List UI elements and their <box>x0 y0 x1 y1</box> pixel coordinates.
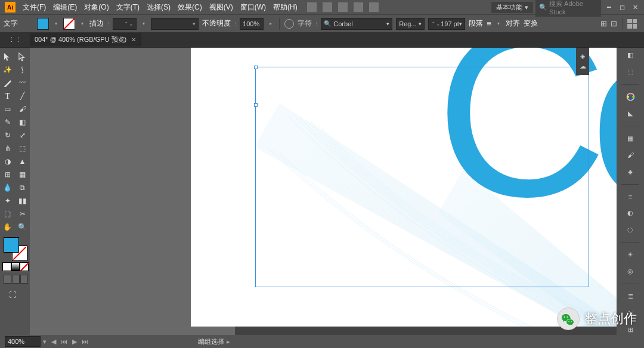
swatches-panel-icon[interactable]: ▦ <box>623 133 638 144</box>
artboard-first-icon[interactable]: ⏮ <box>58 338 70 345</box>
menu-object[interactable]: 对象(O) <box>80 0 112 14</box>
isolate-icon[interactable]: ⊞ <box>600 19 607 28</box>
slice-tool[interactable]: ✂ <box>15 207 30 220</box>
shape-builder-tool[interactable]: ◑ <box>0 155 15 168</box>
paragraph-label[interactable]: 段落 <box>469 18 483 29</box>
clip-icon[interactable]: ⊡ <box>611 19 617 28</box>
symbol-sprayer-tool[interactable]: ✦ <box>0 194 15 207</box>
brush-definition-input[interactable]: ▾ <box>151 18 199 30</box>
paintbrush-tool[interactable]: 🖌 <box>15 102 30 116</box>
stroke-width-input[interactable]: ⌃⌄ <box>113 18 137 30</box>
menu-effect[interactable]: 效果(C) <box>174 0 206 14</box>
collapsed-floating-panel[interactable]: ◈ ☁ <box>576 48 589 75</box>
workspace-switcher[interactable]: 基本功能 ▾ <box>491 2 533 13</box>
layers-panel-icon[interactable]: ≣ <box>623 291 638 302</box>
opacity-dropdown[interactable]: ▸ <box>267 18 274 30</box>
width-tool[interactable]: ⋔ <box>0 142 15 155</box>
column-graph-tool[interactable]: ▮▮ <box>15 194 30 207</box>
globe-icon[interactable] <box>284 19 294 29</box>
eraser-tool[interactable]: ◧ <box>15 116 30 129</box>
line-tool[interactable]: ╱ <box>15 89 30 102</box>
bbox-handle-w[interactable] <box>254 103 258 107</box>
artboard-last-icon[interactable]: ⏭ <box>79 338 91 345</box>
menu-select[interactable]: 选择(S) <box>143 0 174 14</box>
color-panel-icon[interactable] <box>623 92 638 102</box>
selection-tool[interactable] <box>0 50 15 63</box>
font-style-input[interactable]: Reg...▾ <box>396 18 425 30</box>
artboard-next-icon[interactable]: ▶ <box>70 338 79 346</box>
font-family-input[interactable]: 🔍Corbel▾ <box>321 18 392 30</box>
window-close-icon[interactable]: ✕ <box>630 2 640 13</box>
artboard-prev-icon[interactable]: ◀ <box>49 338 58 346</box>
tab-close-icon[interactable]: ✕ <box>131 36 136 43</box>
appearance-panel-icon[interactable]: ☀ <box>623 250 638 260</box>
transform-label[interactable]: 变换 <box>524 18 538 29</box>
menu-file[interactable]: 文件(F) <box>19 0 49 14</box>
menu-edit[interactable]: 编辑(E) <box>49 0 80 14</box>
extra-icon-4[interactable] <box>354 2 363 12</box>
rotate-tool[interactable]: ↻ <box>0 129 15 142</box>
stroke-swatch-none[interactable] <box>63 18 75 30</box>
menu-help[interactable]: 帮助(H) <box>270 0 301 14</box>
hand-tool[interactable]: ✋ <box>0 220 15 234</box>
draw-inside-mode[interactable] <box>20 275 28 284</box>
status-dropdown-icon[interactable]: ▸ <box>224 338 233 346</box>
fill-color-box[interactable] <box>4 237 19 253</box>
properties-panel-icon[interactable]: ◧ <box>623 50 638 61</box>
paragraph-dropdown[interactable]: ▾ <box>495 18 502 30</box>
extra-icon-5[interactable] <box>369 2 379 12</box>
none-mode-swatch[interactable] <box>20 262 29 271</box>
stroke-width-dropdown[interactable]: ▾ <box>140 18 147 30</box>
extra-icon-2[interactable] <box>323 2 332 12</box>
rectangle-tool[interactable]: ▭ <box>0 102 15 116</box>
libraries-icon[interactable]: ☁ <box>580 63 586 70</box>
fill-stroke-indicator[interactable] <box>4 237 27 261</box>
bbox-handle-nw[interactable] <box>254 66 258 69</box>
scale-tool[interactable]: ⤢ <box>15 129 30 142</box>
transparency-panel-icon[interactable]: ◌ <box>623 225 638 235</box>
shaper-tool[interactable]: ✎ <box>0 116 15 129</box>
draw-normal-mode[interactable] <box>4 275 11 284</box>
free-transform-tool[interactable]: ⬚ <box>15 142 30 155</box>
zoom-dropdown-icon[interactable]: ▾ <box>41 338 49 346</box>
window-minimize-icon[interactable]: ━ <box>603 2 614 13</box>
panel-menu-icon[interactable] <box>627 19 637 29</box>
color-mode-swatch[interactable] <box>2 262 11 271</box>
font-size-input[interactable]: ⌃⌄197 pt▾ <box>428 18 465 30</box>
stroke-panel-icon[interactable]: ≡ <box>623 192 638 203</box>
canvas-area[interactable]: Co ◈ ☁ <box>30 48 617 335</box>
extra-icon-1[interactable] <box>307 2 317 12</box>
eyedropper-tool[interactable]: 💧 <box>0 181 15 194</box>
extra-icon-3[interactable] <box>338 2 348 12</box>
menu-view[interactable]: 视图(V) <box>206 0 237 14</box>
zoom-level-input[interactable]: 400% <box>5 336 41 347</box>
window-restore-icon[interactable]: ◻ <box>617 2 627 13</box>
align-label[interactable]: 对齐 <box>506 18 520 29</box>
curvature-tool[interactable]: 〰 <box>15 76 30 89</box>
graphic-styles-panel-icon[interactable]: ◎ <box>623 266 638 277</box>
pen-tool[interactable] <box>0 76 15 89</box>
fill-swatch[interactable] <box>37 18 49 30</box>
opacity-input[interactable]: 100% <box>240 18 264 30</box>
menu-window[interactable]: 窗口(W) <box>237 0 270 14</box>
draw-behind-mode[interactable] <box>12 275 20 284</box>
zoom-tool[interactable]: 🔍 <box>15 220 30 234</box>
selection-bounding-box[interactable] <box>255 67 589 287</box>
stroke-swatch-dropdown[interactable]: ▾ <box>79 18 86 30</box>
magic-wand-tool[interactable]: ✨ <box>0 63 15 76</box>
libraries-panel-icon[interactable]: ⬚ <box>623 67 638 77</box>
symbols-panel-icon[interactable]: ♣ <box>623 166 638 177</box>
perspective-tool[interactable]: ▲ <box>15 155 30 168</box>
type-tool[interactable]: T <box>0 89 15 102</box>
lasso-tool[interactable]: ⟆ <box>15 63 30 76</box>
layers-icon[interactable]: ◈ <box>580 52 585 60</box>
scrollbar-thumb[interactable] <box>30 327 235 335</box>
document-tab[interactable]: 004* @ 400% (RGB/GPU 预览) ✕ <box>30 33 141 46</box>
horizontal-scrollbar[interactable] <box>30 327 617 335</box>
color-guide-icon[interactable]: ◣ <box>623 108 638 119</box>
brushes-panel-icon[interactable]: 🖌 <box>623 150 638 161</box>
menu-type[interactable]: 文字(T) <box>113 0 143 14</box>
gradient-mode-swatch[interactable] <box>11 262 20 271</box>
fill-swatch-dropdown[interactable]: ▾ <box>52 18 60 30</box>
gradient-tool[interactable]: ▦ <box>15 168 30 181</box>
